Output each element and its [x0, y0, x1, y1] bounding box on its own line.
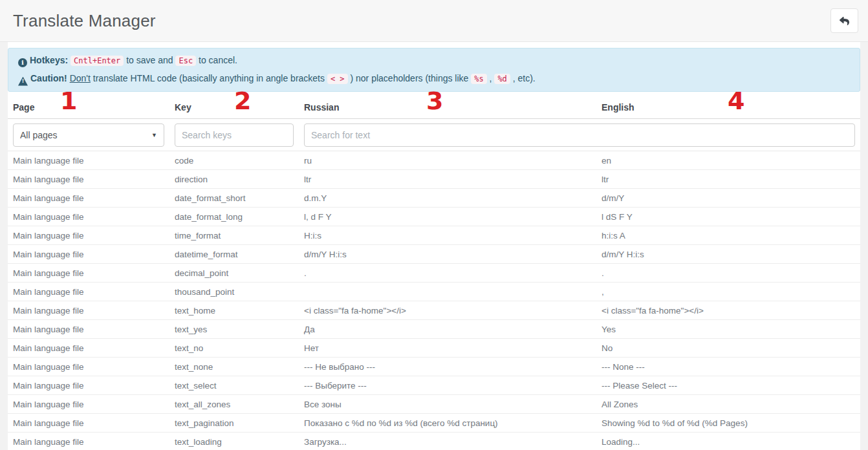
- cell-english[interactable]: d/m/Y: [596, 189, 860, 208]
- cell-page: Main language file: [8, 170, 169, 189]
- cell-english[interactable]: h:i:s A: [596, 226, 860, 245]
- cell-russian[interactable]: --- Не выбрано ---: [299, 358, 596, 376]
- cell-page: Main language file: [8, 414, 169, 433]
- alert-text-segment: Hotkeys:: [30, 55, 68, 65]
- cell-page: Main language file: [8, 283, 169, 301]
- warning-triangle-icon: !: [18, 77, 28, 86]
- cell-russian[interactable]: d.m.Y: [299, 189, 596, 208]
- cell-english[interactable]: .: [596, 264, 860, 283]
- table-row: Main language file decimal_point . .: [8, 264, 860, 283]
- back-button[interactable]: [830, 8, 858, 33]
- cell-english[interactable]: --- None ---: [596, 358, 860, 376]
- cell-key: text_home: [169, 301, 299, 320]
- cell-russian[interactable]: Нет: [299, 339, 596, 358]
- cell-russian[interactable]: Да: [299, 320, 596, 339]
- top-bar: Translate Manager: [0, 0, 868, 42]
- cell-russian[interactable]: [299, 283, 596, 301]
- cell-russian[interactable]: --- Выберите ---: [299, 376, 596, 395]
- cell-russian[interactable]: l, d F Y: [299, 208, 596, 226]
- text-search-input[interactable]: [304, 123, 855, 147]
- hotkeys-alert: iHotkeys: Cntl+Enter to save and Esc to …: [8, 48, 860, 92]
- column-header-english: English: [596, 97, 860, 119]
- filter-row: All pages ▼: [8, 119, 860, 151]
- cell-english[interactable]: d/m/Y H:i:s: [596, 245, 860, 264]
- alert-text-segment: to cancel.: [196, 55, 237, 65]
- table-row: Main language file text_all_zones Все зо…: [8, 395, 860, 414]
- cell-english[interactable]: Yes: [596, 320, 860, 339]
- cell-russian[interactable]: Загрузка...: [299, 433, 596, 450]
- cell-russian[interactable]: H:i:s: [299, 226, 596, 245]
- cell-english[interactable]: No: [596, 339, 860, 358]
- hotkeys-line: iHotkeys: Cntl+Enter to save and Esc to …: [18, 52, 850, 70]
- alert-text-segment: , etc).: [510, 73, 536, 83]
- cell-russian[interactable]: d/m/Y H:i:s: [299, 245, 596, 264]
- cell-key: text_yes: [169, 320, 299, 339]
- table-row: Main language file text_no Нет No: [8, 339, 860, 358]
- cell-english[interactable]: Loading...: [596, 433, 860, 450]
- cell-english[interactable]: All Zones: [596, 395, 860, 414]
- cell-russian[interactable]: Показано с %d по %d из %d (всего %d стра…: [299, 414, 596, 433]
- alert-text-segment: to save and: [124, 55, 175, 65]
- cell-russian[interactable]: ru: [299, 151, 596, 170]
- alert-text-segment: Don't: [70, 73, 91, 83]
- alert-text-segment: ) nor placeholders (things like: [348, 73, 472, 83]
- cell-key: text_none: [169, 358, 299, 376]
- cell-key: text_all_zones: [169, 395, 299, 414]
- cell-page: Main language file: [8, 245, 169, 264]
- reply-arrow-icon: [839, 16, 850, 26]
- table-row: Main language file date_format_short d.m…: [8, 189, 860, 208]
- cell-page: Main language file: [8, 208, 169, 226]
- cell-english[interactable]: en: [596, 151, 860, 170]
- cell-page: Main language file: [8, 433, 169, 450]
- table-row: Main language file text_pagination Показ…: [8, 414, 860, 433]
- column-header-page: Page: [8, 97, 169, 119]
- cell-key: text_pagination: [169, 414, 299, 433]
- cell-english[interactable]: ,: [596, 283, 860, 301]
- table-row: Main language file date_format_long l, d…: [8, 208, 860, 226]
- alert-text-segment: %s: [471, 74, 486, 84]
- cell-key: thousand_point: [169, 283, 299, 301]
- cell-russian[interactable]: Все зоны: [299, 395, 596, 414]
- cell-russian[interactable]: .: [299, 264, 596, 283]
- cell-russian[interactable]: <i class="fa fa-home"></i>: [299, 301, 596, 320]
- cell-english[interactable]: Showing %d to %d of %d (%d Pages): [596, 414, 860, 433]
- cell-english[interactable]: --- Please Select ---: [596, 376, 860, 395]
- column-header-key: Key: [169, 97, 299, 119]
- table-row: Main language file thousand_point ,: [8, 283, 860, 301]
- alert-text-segment: %d: [494, 74, 510, 84]
- cell-english[interactable]: ltr: [596, 170, 860, 189]
- cell-key: code: [169, 151, 299, 170]
- table-row: Main language file text_none --- Не выбр…: [8, 358, 860, 376]
- cell-key: decimal_point: [169, 264, 299, 283]
- cell-english[interactable]: l dS F Y: [596, 208, 860, 226]
- table-row: Main language file text_yes Да Yes: [8, 320, 860, 339]
- table-row: Main language file direction ltr ltr: [8, 170, 860, 189]
- info-circle-icon: i: [18, 58, 27, 67]
- caution-line: !Caution! Don't translate HTML code (bas…: [18, 70, 850, 88]
- cell-page: Main language file: [8, 395, 169, 414]
- cell-page: Main language file: [8, 301, 169, 320]
- cell-key: text_loading: [169, 433, 299, 450]
- table-row: Main language file time_format H:i:s h:i…: [8, 226, 860, 245]
- cell-page: Main language file: [8, 339, 169, 358]
- cell-russian[interactable]: ltr: [299, 170, 596, 189]
- cell-key: direction: [169, 170, 299, 189]
- alert-text-segment: ,: [487, 73, 495, 83]
- cell-page: Main language file: [8, 226, 169, 245]
- cell-key: text_no: [169, 339, 299, 358]
- table-row: Main language file text_select --- Выбер…: [8, 376, 860, 395]
- cell-key: date_format_long: [169, 208, 299, 226]
- cell-english[interactable]: <i class="fa fa-home"></i>: [596, 301, 860, 320]
- key-search-input[interactable]: [175, 123, 294, 147]
- cell-key: datetime_format: [169, 245, 299, 264]
- cell-page: Main language file: [8, 189, 169, 208]
- alert-text-segment: < >: [327, 74, 348, 84]
- table-body: Main language file code ru en Main langu…: [8, 151, 860, 450]
- translations-table: Page Key Russian English All pages ▼: [8, 97, 860, 450]
- table-header-row: Page Key Russian English: [8, 97, 860, 119]
- table-row: Main language file code ru en: [8, 151, 860, 170]
- cell-key: time_format: [169, 226, 299, 245]
- cell-page: Main language file: [8, 264, 169, 283]
- table-row: Main language file text_home <i class="f…: [8, 301, 860, 320]
- page-filter-select[interactable]: All pages: [13, 123, 164, 147]
